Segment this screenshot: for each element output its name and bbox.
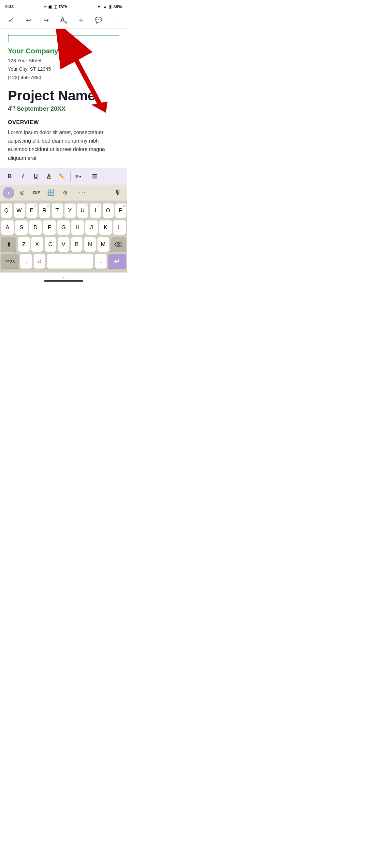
key-s[interactable]: S	[15, 220, 28, 235]
comma-key[interactable]: ,	[20, 254, 32, 269]
home-indicator[interactable]	[44, 280, 83, 282]
accessory-divider	[74, 188, 74, 198]
undo-button[interactable]: ↩	[23, 14, 34, 26]
address-line2[interactable]: Your City, ST 12345	[8, 65, 119, 73]
gif-button[interactable]: GIF	[30, 187, 43, 199]
key-w[interactable]: W2	[14, 204, 25, 218]
more-icon: ⋮	[113, 16, 119, 24]
keyboard-row-1: Q1 W2 E3 R4 T5 Y6 U7 I8 O9 P0	[1, 204, 126, 218]
key-v[interactable]: V	[58, 237, 69, 252]
key-l[interactable]: L	[113, 220, 126, 235]
list-icon: ☰	[92, 173, 97, 180]
key-m[interactable]: M	[97, 237, 109, 252]
phone-number[interactable]: (123) 456-7890	[8, 73, 119, 82]
keyboard-row-3: ⬆ Z X C V B N M ⌫	[1, 237, 126, 252]
mic-button[interactable]: 🎙	[111, 187, 124, 199]
dots-icon: ···	[79, 189, 86, 196]
keyboard-row-4: ?123 , ☺ . ↵	[1, 254, 126, 269]
italic-button[interactable]: I	[17, 170, 29, 182]
align-button[interactable]: ≡ ▾	[73, 172, 83, 181]
key-y[interactable]: Y6	[64, 204, 76, 218]
key-u[interactable]: U7	[77, 204, 88, 218]
project-title[interactable]: Project Name	[8, 88, 119, 103]
settings-button[interactable]: ⚙	[59, 187, 72, 199]
green-divider	[8, 42, 119, 42]
more-options-button[interactable]: ···	[76, 187, 89, 199]
enter-icon: ↵	[114, 257, 120, 266]
wallet-icon: ▣	[48, 4, 52, 9]
emoji-key[interactable]: ☺	[33, 254, 45, 269]
enter-key[interactable]: ↵	[108, 254, 126, 269]
key-a[interactable]: A	[1, 220, 14, 235]
more-button[interactable]: ⋮	[110, 14, 122, 26]
key-c[interactable]: C	[45, 237, 56, 252]
bold-button[interactable]: B	[4, 170, 16, 182]
key-e[interactable]: E3	[26, 204, 37, 218]
shift-icon: ⬆	[6, 241, 11, 248]
text-format-button[interactable]: Aa	[58, 14, 69, 26]
key-f[interactable]: F	[43, 220, 56, 235]
align-chevron-icon: ▾	[79, 174, 81, 179]
format-divider2	[86, 172, 86, 181]
text-color-button[interactable]: A	[43, 170, 55, 182]
undo-icon: ↩	[26, 16, 31, 24]
wifi-icon: ▼	[97, 4, 101, 9]
battery-icon: ▮	[109, 4, 111, 9]
company-name[interactable]: Your Company	[8, 47, 119, 55]
key-h[interactable]: H	[72, 220, 84, 235]
add-icon: +	[79, 16, 83, 25]
format-divider1	[71, 172, 71, 181]
comment-button[interactable]: 💬	[92, 14, 104, 26]
key-o[interactable]: O9	[103, 204, 114, 218]
key-k[interactable]: K	[100, 220, 112, 235]
key-z[interactable]: Z	[18, 237, 30, 252]
project-date: 4th September 20XX	[8, 105, 119, 112]
period-key[interactable]: .	[95, 254, 107, 269]
comment-icon: 💬	[95, 17, 102, 24]
add-button[interactable]: +	[75, 14, 87, 26]
key-i[interactable]: I8	[90, 204, 101, 218]
bottom-nav: ⌄	[0, 273, 127, 284]
document-area[interactable]: Your Company 123 Your Street Your City, …	[0, 29, 127, 168]
keyboard: Q1 W2 E3 R4 T5 Y6 U7 I8 O9 P0 A S D F G …	[0, 201, 127, 273]
keyboard-back-button[interactable]: ‹	[3, 187, 14, 198]
key-x[interactable]: X	[31, 237, 43, 252]
settings-icon: ⚙	[62, 189, 68, 196]
overview-heading[interactable]: OVERVIEW	[8, 119, 119, 126]
key-t[interactable]: T5	[52, 204, 63, 218]
key-d[interactable]: D	[29, 220, 42, 235]
key-g[interactable]: G	[57, 220, 70, 235]
text-format-icon: Aa	[60, 16, 67, 24]
back-arrow-icon: ‹	[7, 189, 10, 196]
translate-button[interactable]: 🔡	[44, 187, 57, 199]
delete-icon: ⌫	[114, 242, 122, 248]
address-line1[interactable]: 123 Your Street	[8, 57, 119, 64]
gif-icon: GIF	[33, 190, 40, 195]
key-j[interactable]: J	[85, 220, 98, 235]
redo-button[interactable]: ↪	[40, 14, 52, 26]
highlight-button[interactable]: ✏️	[56, 170, 68, 182]
overview-body[interactable]: Lorem ipsum dolor sit amet, consectetuer…	[8, 128, 119, 163]
signal-icon: ▲	[103, 4, 107, 9]
key-q[interactable]: Q1	[1, 204, 12, 218]
translate-icon: 🔡	[47, 189, 54, 196]
status-bar: 9:38 ✳ ▣ ◫ TATA ▼ ▲ ▮ 88%	[0, 0, 127, 12]
slack-icon: ✳	[43, 4, 47, 9]
shift-key[interactable]: ⬆	[1, 237, 16, 252]
key-r[interactable]: R4	[39, 204, 50, 218]
delete-key[interactable]: ⌫	[111, 237, 126, 252]
key-b[interactable]: B	[71, 237, 83, 252]
list-button[interactable]: ☰	[89, 170, 100, 182]
numbers-key[interactable]: ?123	[1, 254, 19, 269]
key-p[interactable]: P0	[115, 204, 127, 218]
sticker-button[interactable]: ☺	[16, 187, 29, 199]
mic-icon: 🎙	[114, 188, 121, 197]
key-n[interactable]: N	[84, 237, 96, 252]
battery-percent: 88%	[113, 4, 122, 9]
cursor-line	[8, 34, 119, 42]
space-key[interactable]	[47, 254, 93, 269]
align-icon: ≡	[75, 173, 79, 180]
underline-button[interactable]: U	[30, 170, 42, 182]
status-right: ▼ ▲ ▮ 88%	[97, 4, 122, 9]
check-button[interactable]: ✓	[5, 14, 17, 26]
